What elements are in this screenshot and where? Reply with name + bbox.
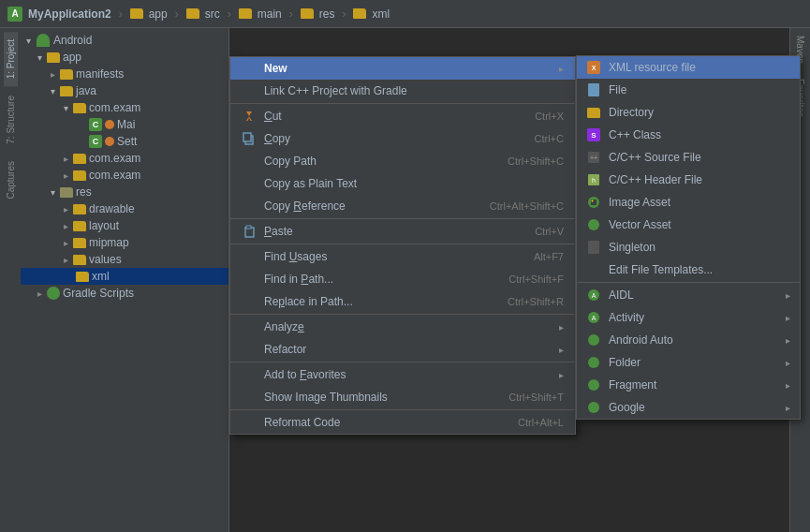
svg-text:A: A: [592, 292, 596, 299]
copy-path-shortcut: Ctrl+Shift+C: [508, 155, 564, 167]
separator-6: [230, 409, 575, 410]
sub-item-singleton[interactable]: Singleton: [577, 236, 800, 259]
sub-item-xml-resource[interactable]: X XML resource file: [577, 56, 800, 79]
menu-item-analyze[interactable]: Analyze ▸: [230, 316, 575, 338]
activity-label: Activity: [609, 311, 644, 324]
svg-rect-1: [243, 133, 251, 141]
copy-label: Copy: [264, 132, 527, 145]
find-path-label: Find in Path...: [264, 273, 501, 286]
menu-item-favorites[interactable]: Add to Favorites ▸: [230, 363, 575, 386]
fragment-icon: [586, 377, 601, 392]
sub-item-edit-templates[interactable]: Edit File Templates...: [577, 259, 800, 281]
paste-shortcut: Ctrl+V: [535, 226, 564, 237]
svg-point-17: [588, 379, 599, 391]
menu-item-paste[interactable]: Paste Ctrl+V: [230, 220, 575, 243]
sub-item-image-asset[interactable]: Image Asset: [577, 191, 800, 214]
android-auto-label: Android Auto: [609, 333, 673, 347]
vector-asset-label: Vector Asset: [609, 218, 671, 231]
sub-item-cpp-source[interactable]: ++ C/C++ Source File: [577, 146, 800, 169]
svg-point-15: [588, 334, 599, 346]
cut-icon: [242, 109, 257, 124]
thumbnails-icon: [242, 390, 257, 405]
menu-item-reformat[interactable]: Reformat Code Ctrl+Alt+L: [230, 411, 575, 434]
copy-ref-label: Copy Reference: [264, 200, 482, 213]
singleton-label: Singleton: [609, 241, 655, 254]
google-arrow: ▸: [786, 403, 790, 413]
sub-item-android-auto[interactable]: Android Auto ▸: [577, 329, 800, 351]
menu-item-find-path[interactable]: Find in Path... Ctrl+Shift+F: [230, 268, 575, 290]
new-icon: [242, 61, 257, 76]
menu-item-find-usages[interactable]: Find Usages Alt+F7: [230, 245, 575, 268]
cpp-source-label: C/C++ Source File: [609, 151, 701, 164]
menu-item-copy-path[interactable]: Copy Path Ctrl+Shift+C: [230, 150, 575, 172]
copy-icon: [242, 131, 257, 146]
new-arrow: ▸: [559, 64, 564, 74]
svg-text:A: A: [592, 315, 596, 321]
sub-item-google[interactable]: Google ▸: [577, 396, 800, 419]
cpp-source-icon: ++: [586, 150, 601, 165]
copy-ref-shortcut: Ctrl+Alt+Shift+C: [490, 200, 564, 212]
xml-resource-label: XML resource file: [609, 61, 696, 74]
image-asset-icon: [586, 195, 601, 210]
separator-4: [230, 314, 575, 315]
analyze-icon: [242, 319, 257, 334]
main-layout: 1: Project 7: Structure Captures ▾ Andro…: [0, 28, 810, 532]
find-usages-shortcut: Alt+F7: [534, 251, 564, 262]
cpp-header-icon: h: [586, 172, 601, 187]
sub-item-activity[interactable]: A Activity ▸: [577, 306, 800, 329]
favorites-arrow: ▸: [559, 370, 564, 380]
menu-item-copy-plain[interactable]: Copy as Plain Text: [230, 172, 575, 195]
sub-item-fragment[interactable]: Fragment ▸: [577, 374, 800, 396]
menu-item-copy[interactable]: Copy Ctrl+C: [230, 127, 575, 150]
singleton-icon: [586, 240, 601, 255]
replace-path-icon: [242, 294, 257, 309]
aidl-label: AIDL: [609, 288, 634, 302]
sub-item-cpp-header[interactable]: h C/C++ Header File: [577, 169, 800, 191]
sub-item-directory[interactable]: Directory: [577, 101, 800, 124]
favorites-icon: [242, 367, 257, 382]
sub-item-folder[interactable]: Folder ▸: [577, 351, 800, 374]
folder-arrow: ▸: [786, 358, 790, 368]
thumbnails-label: Show Image Thumbnails: [264, 391, 501, 404]
sub-item-file[interactable]: File: [577, 79, 800, 101]
vector-asset-icon: [586, 217, 601, 232]
menu-item-copy-ref[interactable]: Copy Reference Ctrl+Alt+Shift+C: [230, 195, 575, 217]
svg-text:h: h: [592, 177, 596, 184]
menu-item-cut[interactable]: Cut Ctrl+X: [230, 105, 575, 127]
fragment-label: Fragment: [609, 378, 656, 392]
reformat-icon: [242, 415, 257, 430]
svg-point-18: [588, 402, 599, 413]
find-path-shortcut: Ctrl+Shift+F: [508, 273, 564, 285]
cpp-class-icon: S: [586, 127, 601, 142]
edit-templates-label: Edit File Templates...: [609, 263, 713, 276]
menu-item-link-cpp[interactable]: Link C++ Project with Gradle: [230, 80, 575, 102]
sub-item-aidl[interactable]: A AIDL ▸: [577, 284, 800, 306]
sub-separator-1: [577, 282, 800, 283]
svg-rect-3: [246, 226, 251, 229]
android-auto-arrow: ▸: [786, 335, 790, 346]
find-usages-icon: [242, 249, 257, 264]
cpp-class-label: C++ Class: [609, 128, 661, 141]
cut-label: Cut: [264, 110, 527, 123]
menu-item-thumbnails[interactable]: Show Image Thumbnails Ctrl+Shift+T: [230, 386, 575, 408]
copy-plain-icon: [242, 176, 257, 191]
menu-item-replace-path[interactable]: Replace in Path... Ctrl+Shift+R: [230, 290, 575, 313]
analyze-arrow: ▸: [559, 322, 564, 332]
menu-item-refactor[interactable]: Refactor ▸: [230, 338, 575, 361]
sub-item-vector-asset[interactable]: Vector Asset: [577, 214, 800, 236]
favorites-label: Add to Favorites: [264, 368, 552, 381]
aidl-arrow: ▸: [786, 290, 790, 301]
cpp-header-label: C/C++ Header File: [609, 173, 702, 186]
directory-label: Directory: [609, 106, 654, 119]
copy-path-label: Copy Path: [264, 155, 500, 168]
file-label: File: [609, 83, 626, 96]
refactor-label: Refactor: [264, 343, 552, 356]
folder-icon: [586, 355, 601, 370]
find-path-icon: [242, 272, 257, 287]
sub-item-cpp-class[interactable]: S C++ Class: [577, 124, 800, 146]
cut-shortcut: Ctrl+X: [535, 111, 564, 122]
directory-icon: [586, 105, 601, 120]
menu-item-new[interactable]: New ▸: [230, 57, 575, 80]
analyze-label: Analyze: [264, 320, 552, 333]
image-asset-label: Image Asset: [609, 196, 670, 209]
